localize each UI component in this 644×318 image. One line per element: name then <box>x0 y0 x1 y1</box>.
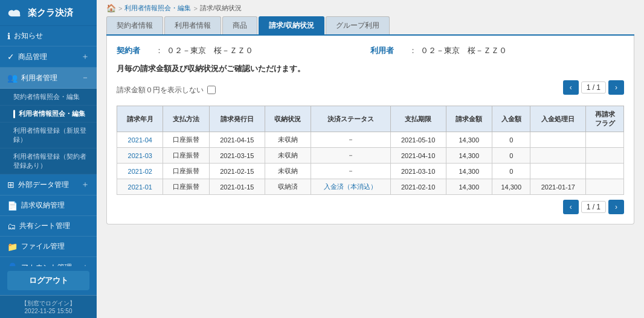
user-register-label: 利用者情報登録（新規登録） <box>13 126 89 144</box>
sidebar-item-billing[interactable]: 📄 請求収納管理 <box>0 196 97 216</box>
folder-icon: 🗂 <box>7 221 16 231</box>
th-collection-status: 収納状況 <box>265 106 311 132</box>
sidebar-item-account[interactable]: 👤 アカウント管理 ＋ <box>0 257 97 266</box>
prev-page-bottom-button[interactable]: ‹ <box>563 200 579 214</box>
sidebar-item-external[interactable]: ⊞ 外部データ管理 ＋ <box>0 174 97 196</box>
sidebar-item-product-label: 商品管理 <box>18 52 81 62</box>
sidebar-sub-user-register[interactable]: 利用者情報登録（新規登録） <box>0 122 97 148</box>
sidebar-item-user[interactable]: 👥 利用者管理 － <box>0 68 97 89</box>
collapse-user-icon: － <box>81 72 89 83</box>
tab-contract[interactable]: 契約者情報 <box>106 16 163 34</box>
cell-due-date: 2021-03-10 <box>390 164 446 179</box>
cell-due-date: 2021-04-10 <box>390 148 446 164</box>
next-page-bottom-button[interactable]: › <box>608 200 624 214</box>
tab-user[interactable]: 利用者情報 <box>164 16 221 34</box>
table-row: 2021-01口座振替2021-01-15収納済入金済（本消込）2021-02-… <box>117 179 624 195</box>
expand-product-icon: ＋ <box>81 51 89 62</box>
cell-issue-date: 2021-03-15 <box>209 148 265 164</box>
cell-payment-status: － <box>311 164 391 179</box>
cell-reflag <box>586 132 624 148</box>
info-row: 契約者 ： ０２－東京 桜－ＺＺ０ 利用者 ： ０２－東京 桜－ＺＺ０ <box>117 45 624 56</box>
contractor-sep: ： <box>155 45 163 56</box>
filter-label: 請求金額０円を表示しない <box>117 85 204 95</box>
month-link[interactable]: 2021-01 <box>128 183 152 191</box>
contractor-block: 契約者 ： ０２－東京 桜－ＺＺ０ <box>117 45 253 56</box>
th-due-date: 支払期限 <box>390 106 446 132</box>
month-link[interactable]: 2021-03 <box>128 152 152 159</box>
th-deposit-date: 入金処理日 <box>530 106 586 132</box>
sidebar-item-file[interactable]: 📁 ファイル管理 <box>0 237 97 257</box>
th-issue-date: 請求発行日 <box>209 106 265 132</box>
cloud-icon <box>7 6 24 19</box>
user-submenu: 契約者情報照会・編集 利用者情報照会・編集 利用者情報登録（新規登録） 利用者情… <box>0 89 97 174</box>
cell-deposit: 0 <box>492 164 530 179</box>
month-link[interactable]: 2021-04 <box>128 136 152 144</box>
cell-month[interactable]: 2021-02 <box>117 164 163 179</box>
prev-page-top-button[interactable]: ‹ <box>563 80 579 95</box>
user-block: 利用者 ： ０２－東京 桜－ＺＺ０ <box>370 45 507 56</box>
sidebar-sub-user-info[interactable]: 利用者情報照会・編集 <box>0 106 97 122</box>
grid-icon: ⊞ <box>7 180 14 189</box>
breadcrumb-current: 請求/収納状況 <box>200 4 242 13</box>
contractor-label: 契約者 <box>117 45 147 56</box>
sidebar-item-billing-label: 請求収納管理 <box>21 200 89 211</box>
contract-info-label: 契約者情報照会・編集 <box>13 92 80 101</box>
next-page-top-button[interactable]: › <box>608 80 624 95</box>
sidebar-sub-contract-info[interactable]: 契約者情報照会・編集 <box>0 89 97 106</box>
breadcrumb-sep1: > <box>118 5 122 12</box>
sidebar-item-shared-label: 共有シート管理 <box>19 221 89 231</box>
cell-payment-method: 口座振替 <box>163 179 209 195</box>
sidebar-menu: ℹ お知らせ ✓ 商品管理 ＋ 👥 利用者管理 － 契約者情報照会・編集 利用者… <box>0 26 97 266</box>
cell-amount: 14,300 <box>446 179 492 195</box>
cell-month[interactable]: 2021-01 <box>117 179 163 195</box>
cell-deposit: 14,300 <box>492 179 530 195</box>
table-row: 2021-02口座振替2021-02-15未収納－2021-03-1014,30… <box>117 164 624 179</box>
cell-payment-status: 入金済（本消込） <box>311 179 391 195</box>
th-reflag: 再請求フラグ <box>586 106 624 132</box>
th-month: 請求年月 <box>117 106 163 132</box>
sidebar-footer: 【別窓でログイン】 2022-11-25 15:50 <box>0 295 97 318</box>
sidebar-item-product[interactable]: ✓ 商品管理 ＋ <box>0 46 97 68</box>
page-content: 契約者情報 利用者情報 商品 請求/収納状況 グループ利用 契約者 ： <box>97 16 644 318</box>
cell-month[interactable]: 2021-04 <box>117 132 163 148</box>
users-icon: 👥 <box>7 73 18 83</box>
sidebar-item-shared[interactable]: 🗂 共有シート管理 <box>0 216 97 237</box>
th-payment-status: 決済ステータス <box>311 106 391 132</box>
billing-table: 請求年月 支払方法 請求発行日 収納状況 決済ステータス 支払期限 請求金額 入… <box>117 106 624 195</box>
check-icon: ✓ <box>7 52 14 62</box>
cell-issue-date: 2021-02-15 <box>209 164 265 179</box>
month-link[interactable]: 2021-02 <box>128 168 152 175</box>
main-content: 🏠 > 利用者情報照会・編集 > 請求/収納状況 契約者情報 利用者情報 商品 … <box>97 0 644 318</box>
tab-group[interactable]: グループ利用 <box>326 16 390 34</box>
doc-icon: 📄 <box>7 201 18 211</box>
page-info-top: 1 / 1 <box>581 81 606 94</box>
expand-account-icon: ＋ <box>81 262 89 266</box>
file-icon: 📁 <box>7 242 18 252</box>
cell-month[interactable]: 2021-03 <box>117 148 163 164</box>
user-sep: ： <box>409 45 417 56</box>
sidebar-item-user-label: 利用者管理 <box>21 73 81 83</box>
cell-collection-status: 収納済 <box>265 179 311 195</box>
cell-payment-method: 口座振替 <box>163 132 209 148</box>
payment-status-link[interactable]: 入金済（本消込） <box>324 183 377 190</box>
tab-billing[interactable]: 請求/収納状況 <box>259 16 324 34</box>
cell-payment-status: － <box>311 148 391 164</box>
sidebar-item-external-label: 外部データ管理 <box>18 180 81 190</box>
th-deposit: 入金額 <box>492 106 530 132</box>
filter-checkbox[interactable] <box>207 86 216 94</box>
sidebar-item-news[interactable]: ℹ お知らせ <box>0 26 97 46</box>
sidebar-logo: 楽クラ決済 <box>0 0 97 26</box>
filter-row: 請求金額０円を表示しない ‹ 1 / 1 › <box>117 80 624 100</box>
tab-product[interactable]: 商品 <box>222 16 257 34</box>
pagination-top: ‹ 1 / 1 › <box>563 80 624 95</box>
cell-issue-date: 2021-04-15 <box>209 132 265 148</box>
logout-button[interactable]: ログアウト <box>7 271 89 290</box>
sidebar-item-account-label: アカウント管理 <box>21 262 81 267</box>
th-amount: 請求金額 <box>446 106 492 132</box>
home-icon[interactable]: 🏠 <box>106 4 116 13</box>
breadcrumb-link1[interactable]: 利用者情報照会・編集 <box>124 4 191 13</box>
desc-text: 月毎の請求金額及び収納状況がご確認いただけます。 <box>117 63 624 74</box>
cell-deposit-date <box>530 148 586 164</box>
breadcrumb-sep2: > <box>193 5 197 12</box>
sidebar-sub-user-register2[interactable]: 利用者情報登録（契約者登録あり） <box>0 148 97 174</box>
